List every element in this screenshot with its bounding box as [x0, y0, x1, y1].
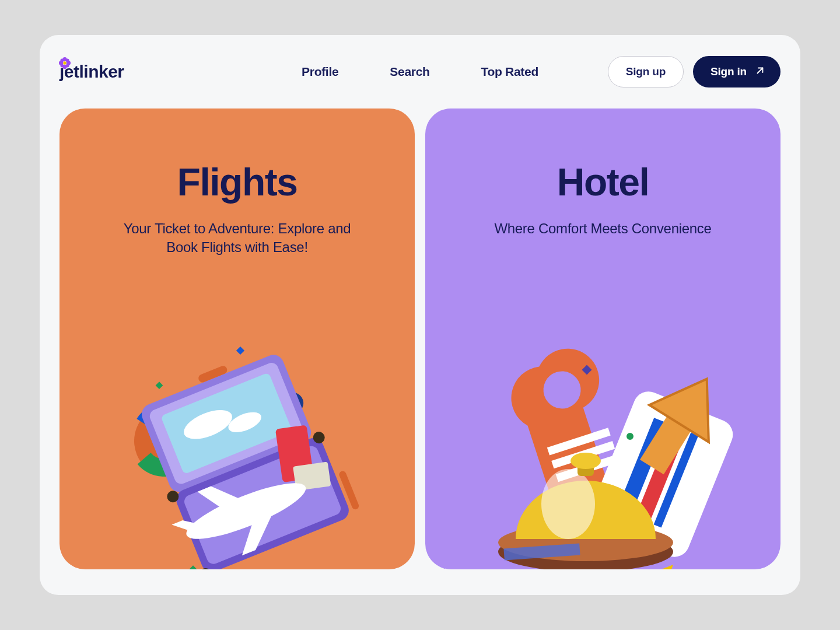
svg-rect-32	[189, 565, 197, 569]
card-hotel[interactable]: Hotel Where Comfort Meets Convenience	[425, 108, 780, 569]
header: jetlinker Profile Search Top Rated Sign …	[60, 51, 780, 92]
brand-logo[interactable]: jetlinker	[60, 63, 124, 80]
auth-actions: Sign up Sign in	[608, 56, 780, 88]
card-flights[interactable]: Flights Your Ticket to Adventure: Explor…	[60, 108, 415, 569]
svg-point-46	[541, 469, 595, 539]
svg-point-7	[66, 64, 69, 68]
nav-search[interactable]: Search	[390, 65, 429, 79]
svg-rect-31	[155, 382, 163, 389]
sign-in-label: Sign in	[710, 65, 747, 78]
category-cards: Flights Your Ticket to Adventure: Explor…	[60, 108, 780, 569]
svg-point-48	[570, 453, 601, 469]
arrow-up-right-icon	[755, 65, 765, 79]
service-bell-illustration	[469, 336, 737, 569]
nav-top-rated[interactable]: Top Rated	[481, 65, 538, 79]
nav-profile[interactable]: Profile	[302, 65, 338, 79]
app-frame: jetlinker Profile Search Top Rated Sign …	[40, 35, 800, 595]
main-nav: Profile Search Top Rated	[302, 65, 538, 79]
flower-icon	[58, 54, 71, 74]
svg-line-9	[758, 68, 763, 73]
card-hotel-title: Hotel	[557, 160, 649, 204]
svg-point-4	[60, 58, 64, 62]
svg-marker-52	[662, 565, 673, 569]
svg-point-5	[66, 58, 69, 62]
card-hotel-subtitle: Where Comfort Meets Convenience	[494, 219, 711, 238]
svg-point-50	[626, 433, 634, 440]
card-flights-title: Flights	[177, 160, 298, 204]
svg-rect-30	[236, 346, 244, 355]
svg-point-8	[63, 61, 66, 65]
sign-up-button[interactable]: Sign up	[608, 56, 684, 88]
sign-in-button[interactable]: Sign in	[693, 56, 780, 88]
card-flights-subtitle: Your Ticket to Adventure: Explore and Bo…	[112, 219, 363, 257]
suitcase-airplane-illustration	[103, 336, 372, 569]
svg-point-6	[60, 64, 64, 68]
